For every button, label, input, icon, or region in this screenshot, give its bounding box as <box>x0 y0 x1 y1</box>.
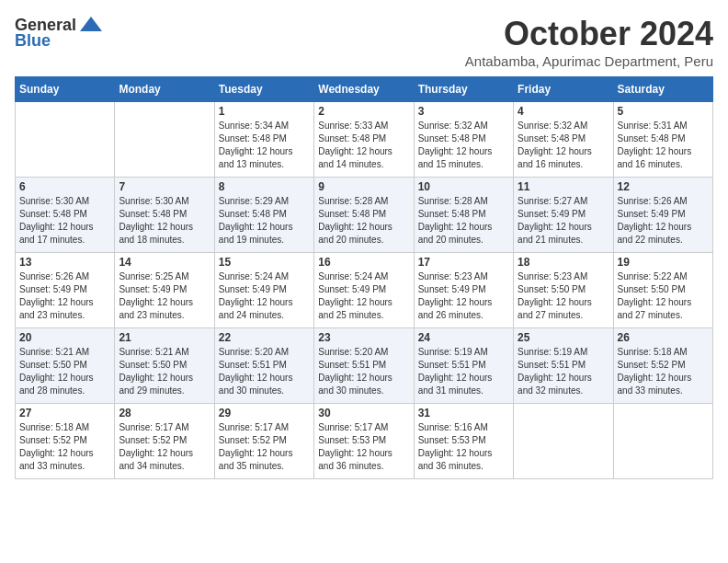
logo: General Blue <box>15 15 106 51</box>
day-info: Sunrise: 5:32 AM Sunset: 5:48 PM Dayligh… <box>418 120 509 171</box>
title-section: October 2024 Antabamba, Apurimac Departm… <box>465 15 713 69</box>
day-info: Sunrise: 5:24 AM Sunset: 5:49 PM Dayligh… <box>219 270 310 322</box>
weekday-header-monday: Monday <box>115 77 214 102</box>
logo-text-blue: Blue <box>15 31 51 51</box>
day-cell: 9Sunrise: 5:28 AM Sunset: 5:48 PM Daylig… <box>314 178 414 253</box>
calendar: SundayMondayTuesdayWednesdayThursdayFrid… <box>15 76 713 479</box>
weekday-header-sunday: Sunday <box>16 77 115 102</box>
day-info: Sunrise: 5:20 AM Sunset: 5:51 PM Dayligh… <box>318 346 409 397</box>
day-number: 15 <box>219 256 310 269</box>
month-title: October 2024 <box>465 15 713 53</box>
day-number: 2 <box>318 105 409 118</box>
weekday-header-wednesday: Wednesday <box>314 77 414 102</box>
day-number: 9 <box>318 180 409 193</box>
day-number: 1 <box>219 105 310 118</box>
day-number: 27 <box>19 407 110 419</box>
header: General Blue October 2024 Antabamba, Apu… <box>15 15 713 69</box>
day-cell: 15Sunrise: 5:24 AM Sunset: 5:49 PM Dayli… <box>214 253 313 328</box>
day-number: 31 <box>418 407 509 419</box>
day-number: 19 <box>618 256 709 269</box>
week-row-4: 20Sunrise: 5:21 AM Sunset: 5:50 PM Dayli… <box>16 328 713 404</box>
day-number: 25 <box>518 331 609 344</box>
weekday-header-row: SundayMondayTuesdayWednesdayThursdayFrid… <box>16 77 713 102</box>
day-number: 6 <box>19 180 110 193</box>
day-info: Sunrise: 5:25 AM Sunset: 5:49 PM Dayligh… <box>119 270 210 322</box>
day-number: 17 <box>418 256 509 269</box>
day-info: Sunrise: 5:22 AM Sunset: 5:50 PM Dayligh… <box>618 270 709 322</box>
logo-icon <box>78 15 104 35</box>
day-cell: 2Sunrise: 5:33 AM Sunset: 5:48 PM Daylig… <box>314 102 414 178</box>
day-cell: 29Sunrise: 5:17 AM Sunset: 5:52 PM Dayli… <box>214 404 313 479</box>
day-cell: 13Sunrise: 5:26 AM Sunset: 5:49 PM Dayli… <box>16 253 115 328</box>
day-cell: 31Sunrise: 5:16 AM Sunset: 5:53 PM Dayli… <box>414 404 513 479</box>
day-cell: 18Sunrise: 5:23 AM Sunset: 5:50 PM Dayli… <box>514 253 613 328</box>
subtitle: Antabamba, Apurimac Department, Peru <box>465 53 713 69</box>
day-number: 7 <box>119 180 210 193</box>
day-cell: 8Sunrise: 5:29 AM Sunset: 5:48 PM Daylig… <box>214 178 313 253</box>
day-info: Sunrise: 5:28 AM Sunset: 5:48 PM Dayligh… <box>318 195 409 247</box>
day-number: 30 <box>318 407 409 419</box>
day-info: Sunrise: 5:19 AM Sunset: 5:51 PM Dayligh… <box>518 346 609 397</box>
day-number: 24 <box>418 331 509 344</box>
day-info: Sunrise: 5:27 AM Sunset: 5:49 PM Dayligh… <box>518 195 609 247</box>
day-info: Sunrise: 5:29 AM Sunset: 5:48 PM Dayligh… <box>219 195 310 247</box>
day-cell: 1Sunrise: 5:34 AM Sunset: 5:48 PM Daylig… <box>214 102 313 178</box>
week-row-3: 13Sunrise: 5:26 AM Sunset: 5:49 PM Dayli… <box>16 253 713 328</box>
day-number: 13 <box>19 256 110 269</box>
day-cell: 20Sunrise: 5:21 AM Sunset: 5:50 PM Dayli… <box>16 328 115 404</box>
day-info: Sunrise: 5:17 AM Sunset: 5:53 PM Dayligh… <box>318 421 409 473</box>
day-info: Sunrise: 5:23 AM Sunset: 5:49 PM Dayligh… <box>418 270 509 322</box>
day-number: 21 <box>119 331 210 344</box>
day-info: Sunrise: 5:24 AM Sunset: 5:49 PM Dayligh… <box>318 270 409 322</box>
day-info: Sunrise: 5:21 AM Sunset: 5:50 PM Dayligh… <box>119 346 210 397</box>
day-number: 8 <box>219 180 310 193</box>
day-info: Sunrise: 5:20 AM Sunset: 5:51 PM Dayligh… <box>219 346 310 397</box>
weekday-header-friday: Friday <box>514 77 613 102</box>
day-info: Sunrise: 5:18 AM Sunset: 5:52 PM Dayligh… <box>618 346 709 397</box>
day-info: Sunrise: 5:18 AM Sunset: 5:52 PM Dayligh… <box>19 421 110 473</box>
day-info: Sunrise: 5:23 AM Sunset: 5:50 PM Dayligh… <box>518 270 609 322</box>
day-cell: 21Sunrise: 5:21 AM Sunset: 5:50 PM Dayli… <box>115 328 214 404</box>
day-cell <box>613 404 712 479</box>
day-cell <box>514 404 613 479</box>
day-number: 4 <box>518 105 609 118</box>
day-info: Sunrise: 5:17 AM Sunset: 5:52 PM Dayligh… <box>219 421 310 473</box>
day-cell: 16Sunrise: 5:24 AM Sunset: 5:49 PM Dayli… <box>314 253 414 328</box>
day-number: 11 <box>518 180 609 193</box>
day-cell: 28Sunrise: 5:17 AM Sunset: 5:52 PM Dayli… <box>115 404 214 479</box>
day-cell: 12Sunrise: 5:26 AM Sunset: 5:49 PM Dayli… <box>613 178 712 253</box>
day-number: 23 <box>318 331 409 344</box>
day-cell: 25Sunrise: 5:19 AM Sunset: 5:51 PM Dayli… <box>514 328 613 404</box>
day-info: Sunrise: 5:26 AM Sunset: 5:49 PM Dayligh… <box>618 195 709 247</box>
week-row-1: 1Sunrise: 5:34 AM Sunset: 5:48 PM Daylig… <box>16 102 713 178</box>
svg-marker-0 <box>80 17 102 31</box>
day-cell: 23Sunrise: 5:20 AM Sunset: 5:51 PM Dayli… <box>314 328 414 404</box>
day-number: 22 <box>219 331 310 344</box>
day-cell: 17Sunrise: 5:23 AM Sunset: 5:49 PM Dayli… <box>414 253 513 328</box>
day-cell: 24Sunrise: 5:19 AM Sunset: 5:51 PM Dayli… <box>414 328 513 404</box>
day-info: Sunrise: 5:28 AM Sunset: 5:48 PM Dayligh… <box>418 195 509 247</box>
day-cell: 26Sunrise: 5:18 AM Sunset: 5:52 PM Dayli… <box>613 328 712 404</box>
day-number: 26 <box>618 331 709 344</box>
day-number: 28 <box>119 407 210 419</box>
day-info: Sunrise: 5:30 AM Sunset: 5:48 PM Dayligh… <box>119 195 210 247</box>
day-info: Sunrise: 5:21 AM Sunset: 5:50 PM Dayligh… <box>19 346 110 397</box>
day-number: 20 <box>19 331 110 344</box>
day-cell: 30Sunrise: 5:17 AM Sunset: 5:53 PM Dayli… <box>314 404 414 479</box>
day-info: Sunrise: 5:19 AM Sunset: 5:51 PM Dayligh… <box>418 346 509 397</box>
day-cell: 27Sunrise: 5:18 AM Sunset: 5:52 PM Dayli… <box>16 404 115 479</box>
day-number: 3 <box>418 105 509 118</box>
day-info: Sunrise: 5:30 AM Sunset: 5:48 PM Dayligh… <box>19 195 110 247</box>
day-number: 12 <box>618 180 709 193</box>
day-info: Sunrise: 5:34 AM Sunset: 5:48 PM Dayligh… <box>219 120 310 171</box>
day-info: Sunrise: 5:31 AM Sunset: 5:48 PM Dayligh… <box>618 120 709 171</box>
day-cell: 22Sunrise: 5:20 AM Sunset: 5:51 PM Dayli… <box>214 328 313 404</box>
day-number: 16 <box>318 256 409 269</box>
day-cell: 6Sunrise: 5:30 AM Sunset: 5:48 PM Daylig… <box>16 178 115 253</box>
day-number: 5 <box>618 105 709 118</box>
day-info: Sunrise: 5:16 AM Sunset: 5:53 PM Dayligh… <box>418 421 509 473</box>
day-cell: 11Sunrise: 5:27 AM Sunset: 5:49 PM Dayli… <box>514 178 613 253</box>
day-cell: 14Sunrise: 5:25 AM Sunset: 5:49 PM Dayli… <box>115 253 214 328</box>
weekday-header-saturday: Saturday <box>613 77 712 102</box>
day-cell: 7Sunrise: 5:30 AM Sunset: 5:48 PM Daylig… <box>115 178 214 253</box>
